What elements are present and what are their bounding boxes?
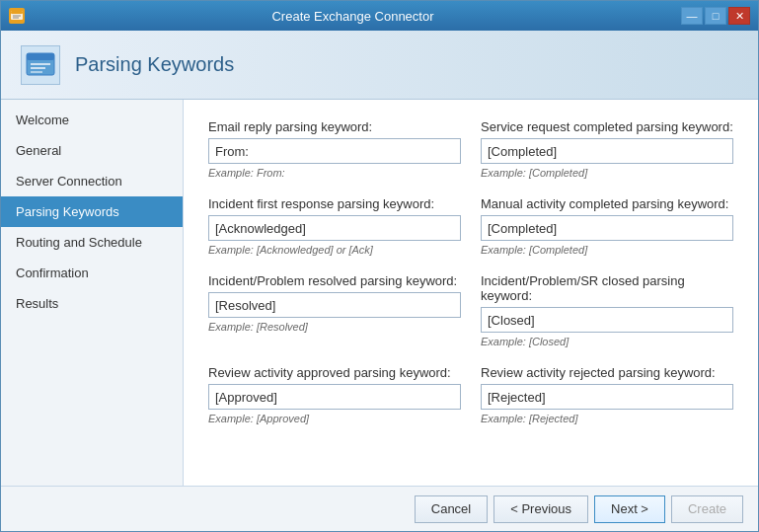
header-section: Parsing Keywords bbox=[1, 31, 758, 100]
review-rejected-input[interactable] bbox=[481, 384, 733, 410]
email-reply-group: Email reply parsing keyword: Example: Fr… bbox=[208, 119, 461, 179]
email-reply-input[interactable] bbox=[208, 138, 461, 164]
service-request-completed-label: Service request completed parsing keywor… bbox=[481, 119, 733, 134]
app-icon bbox=[9, 8, 25, 24]
sidebar-item-server-connection[interactable]: Server Connection bbox=[1, 166, 183, 196]
window-title: Create Exchange Connector bbox=[25, 9, 681, 24]
review-rejected-example: Example: [Rejected] bbox=[481, 413, 733, 424]
manual-activity-completed-label: Manual activity completed parsing keywor… bbox=[481, 196, 733, 211]
sidebar-item-welcome[interactable]: Welcome bbox=[1, 105, 183, 135]
email-reply-label: Email reply parsing keyword: bbox=[208, 119, 461, 134]
cancel-button[interactable]: Cancel bbox=[415, 495, 488, 523]
review-approved-group: Review activity approved parsing keyword… bbox=[208, 365, 461, 424]
review-approved-input[interactable] bbox=[208, 384, 461, 410]
sidebar-item-general[interactable]: General bbox=[1, 135, 183, 166]
incident-closed-input[interactable] bbox=[481, 307, 733, 333]
incident-resolved-group: Incident/Problem resolved parsing keywor… bbox=[208, 273, 461, 347]
sidebar-item-routing-schedule[interactable]: Routing and Schedule bbox=[1, 227, 183, 258]
footer: Cancel < Previous Next > Create bbox=[1, 486, 758, 531]
sidebar-item-results[interactable]: Results bbox=[1, 288, 183, 319]
service-request-completed-input[interactable] bbox=[481, 138, 733, 164]
main-window: Create Exchange Connector — □ ✕ Parsing … bbox=[0, 0, 759, 532]
content-area: Email reply parsing keyword: Example: Fr… bbox=[184, 100, 758, 486]
incident-resolved-example: Example: [Resolved] bbox=[208, 321, 461, 333]
main-area: Welcome General Server Connection Parsin… bbox=[1, 100, 758, 486]
svg-rect-6 bbox=[31, 63, 50, 65]
svg-rect-5 bbox=[27, 53, 54, 60]
review-rejected-label: Review activity rejected parsing keyword… bbox=[481, 365, 733, 380]
email-reply-example: Example: From: bbox=[208, 167, 461, 179]
incident-closed-example: Example: [Closed] bbox=[481, 336, 733, 347]
title-bar: Create Exchange Connector — □ ✕ bbox=[1, 1, 758, 31]
manual-activity-completed-example: Example: [Completed] bbox=[481, 244, 733, 256]
incident-closed-group: Incident/Problem/SR closed parsing keywo… bbox=[481, 273, 733, 347]
previous-button[interactable]: < Previous bbox=[493, 495, 588, 523]
page-title: Parsing Keywords bbox=[75, 53, 234, 76]
create-button[interactable]: Create bbox=[671, 495, 743, 523]
minimize-button[interactable]: — bbox=[681, 7, 703, 25]
form-row-4: Review activity approved parsing keyword… bbox=[208, 365, 733, 424]
next-button[interactable]: Next > bbox=[594, 495, 665, 523]
service-request-completed-example: Example: [Completed] bbox=[481, 167, 733, 179]
incident-resolved-input[interactable] bbox=[208, 292, 461, 318]
svg-rect-7 bbox=[31, 67, 45, 69]
manual-activity-completed-input[interactable] bbox=[481, 215, 733, 241]
review-approved-label: Review activity approved parsing keyword… bbox=[208, 365, 461, 380]
sidebar-item-confirmation[interactable]: Confirmation bbox=[1, 258, 183, 288]
svg-rect-8 bbox=[31, 71, 42, 73]
incident-first-response-group: Incident first response parsing keyword:… bbox=[208, 196, 461, 256]
incident-closed-label: Incident/Problem/SR closed parsing keywo… bbox=[481, 273, 733, 303]
header-icon bbox=[21, 45, 60, 85]
form-row-1: Email reply parsing keyword: Example: Fr… bbox=[208, 119, 733, 179]
incident-first-response-label: Incident first response parsing keyword: bbox=[208, 196, 461, 211]
incident-first-response-example: Example: [Acknowledged] or [Ack] bbox=[208, 244, 461, 256]
sidebar-item-parsing-keywords[interactable]: Parsing Keywords bbox=[1, 196, 183, 227]
sidebar: Welcome General Server Connection Parsin… bbox=[1, 100, 184, 486]
form-row-2: Incident first response parsing keyword:… bbox=[208, 196, 733, 256]
incident-first-response-input[interactable] bbox=[208, 215, 461, 241]
close-button[interactable]: ✕ bbox=[728, 7, 750, 25]
incident-resolved-label: Incident/Problem resolved parsing keywor… bbox=[208, 273, 461, 288]
svg-rect-1 bbox=[11, 11, 23, 14]
window-controls: — □ ✕ bbox=[681, 7, 750, 25]
review-approved-example: Example: [Approved] bbox=[208, 413, 461, 424]
form-row-3: Incident/Problem resolved parsing keywor… bbox=[208, 273, 733, 347]
maximize-button[interactable]: □ bbox=[705, 7, 726, 25]
service-request-completed-group: Service request completed parsing keywor… bbox=[481, 119, 733, 179]
review-rejected-group: Review activity rejected parsing keyword… bbox=[481, 365, 733, 424]
manual-activity-completed-group: Manual activity completed parsing keywor… bbox=[481, 196, 733, 256]
